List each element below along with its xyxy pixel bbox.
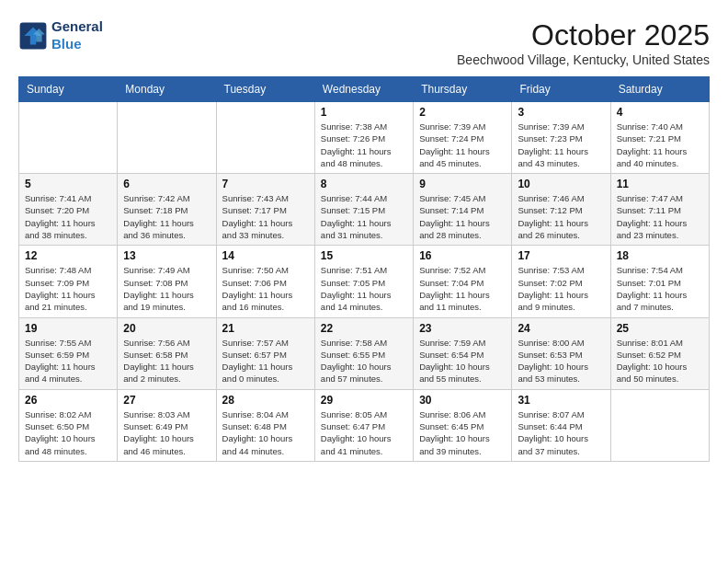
day-number: 12 (25, 249, 111, 262)
day-number: 21 (222, 322, 309, 335)
day-info: Sunrise: 7:53 AM Sunset: 7:02 PM Dayligh… (518, 264, 604, 313)
week-row-2: 5Sunrise: 7:41 AM Sunset: 7:20 PM Daylig… (19, 174, 710, 246)
location-title: Beechwood Village, Kentucky, United Stat… (457, 52, 710, 67)
calendar-cell: 9Sunrise: 7:45 AM Sunset: 7:14 PM Daylig… (414, 174, 512, 246)
calendar-cell: 13Sunrise: 7:49 AM Sunset: 7:08 PM Dayli… (118, 246, 216, 317)
weekday-header-thursday: Thursday (414, 77, 512, 102)
calendar-cell: 16Sunrise: 7:52 AM Sunset: 7:04 PM Dayli… (414, 246, 512, 317)
day-info: Sunrise: 8:04 AM Sunset: 6:48 PM Dayligh… (222, 408, 309, 457)
day-number: 5 (25, 178, 111, 190)
day-number: 15 (321, 249, 407, 262)
day-number: 28 (222, 394, 309, 407)
calendar-cell: 23Sunrise: 7:59 AM Sunset: 6:54 PM Dayli… (414, 317, 512, 389)
calendar-cell: 15Sunrise: 7:51 AM Sunset: 7:05 PM Dayli… (314, 246, 413, 317)
calendar-cell: 31Sunrise: 8:07 AM Sunset: 6:44 PM Dayli… (512, 389, 610, 461)
day-number: 30 (419, 394, 506, 407)
weekday-header-friday: Friday (512, 77, 610, 102)
weekday-header-sunday: Sunday (19, 77, 118, 102)
day-number: 13 (123, 249, 210, 262)
day-number: 19 (25, 322, 111, 335)
day-number: 23 (419, 322, 506, 335)
calendar-cell (118, 102, 216, 174)
calendar-cell: 3Sunrise: 7:39 AM Sunset: 7:23 PM Daylig… (512, 102, 610, 174)
day-info: Sunrise: 7:51 AM Sunset: 7:05 PM Dayligh… (321, 264, 407, 313)
day-number: 18 (617, 249, 703, 262)
day-info: Sunrise: 7:45 AM Sunset: 7:14 PM Dayligh… (419, 192, 506, 241)
calendar-cell: 18Sunrise: 7:54 AM Sunset: 7:01 PM Dayli… (610, 246, 709, 317)
calendar-cell: 29Sunrise: 8:05 AM Sunset: 6:47 PM Dayli… (314, 389, 413, 461)
weekday-header-wednesday: Wednesday (314, 77, 413, 102)
day-info: Sunrise: 7:41 AM Sunset: 7:20 PM Dayligh… (25, 192, 111, 241)
page-header: General Blue October 2025 Beechwood Vill… (18, 18, 710, 67)
calendar-table: SundayMondayTuesdayWednesdayThursdayFrid… (18, 76, 710, 462)
day-number: 10 (518, 178, 604, 190)
day-info: Sunrise: 7:39 AM Sunset: 7:24 PM Dayligh… (419, 121, 506, 169)
day-number: 3 (518, 106, 604, 119)
day-number: 8 (321, 178, 407, 190)
day-info: Sunrise: 8:02 AM Sunset: 6:50 PM Dayligh… (25, 408, 111, 457)
day-info: Sunrise: 8:05 AM Sunset: 6:47 PM Dayligh… (321, 408, 407, 457)
calendar-cell: 2Sunrise: 7:39 AM Sunset: 7:24 PM Daylig… (414, 102, 512, 174)
day-info: Sunrise: 7:38 AM Sunset: 7:26 PM Dayligh… (321, 121, 407, 169)
calendar-cell: 30Sunrise: 8:06 AM Sunset: 6:45 PM Dayli… (414, 389, 512, 461)
calendar-cell: 26Sunrise: 8:02 AM Sunset: 6:50 PM Dayli… (19, 389, 118, 461)
day-number: 16 (419, 249, 506, 262)
logo-general: General (51, 18, 103, 35)
calendar-cell: 17Sunrise: 7:53 AM Sunset: 7:02 PM Dayli… (512, 246, 610, 317)
day-info: Sunrise: 7:50 AM Sunset: 7:06 PM Dayligh… (222, 264, 309, 313)
calendar-cell: 25Sunrise: 8:01 AM Sunset: 6:52 PM Dayli… (610, 317, 709, 389)
calendar-cell: 11Sunrise: 7:47 AM Sunset: 7:11 PM Dayli… (610, 174, 709, 246)
calendar-cell (610, 389, 709, 461)
calendar-cell (216, 102, 314, 174)
day-info: Sunrise: 8:01 AM Sunset: 6:52 PM Dayligh… (617, 337, 703, 385)
day-info: Sunrise: 8:00 AM Sunset: 6:53 PM Dayligh… (518, 337, 604, 385)
calendar-cell: 6Sunrise: 7:42 AM Sunset: 7:18 PM Daylig… (118, 174, 216, 246)
logo: General Blue (18, 18, 103, 52)
title-area: October 2025 Beechwood Village, Kentucky… (457, 18, 710, 67)
day-number: 22 (321, 322, 407, 335)
day-number: 11 (617, 178, 703, 190)
day-info: Sunrise: 8:07 AM Sunset: 6:44 PM Dayligh… (518, 408, 604, 457)
day-number: 6 (123, 178, 210, 190)
day-info: Sunrise: 7:44 AM Sunset: 7:15 PM Dayligh… (321, 192, 407, 241)
day-info: Sunrise: 7:55 AM Sunset: 6:59 PM Dayligh… (25, 337, 111, 385)
day-number: 14 (222, 249, 309, 262)
day-info: Sunrise: 7:49 AM Sunset: 7:08 PM Dayligh… (123, 264, 210, 313)
calendar-cell: 21Sunrise: 7:57 AM Sunset: 6:57 PM Dayli… (216, 317, 314, 389)
week-row-5: 26Sunrise: 8:02 AM Sunset: 6:50 PM Dayli… (19, 389, 710, 461)
day-info: Sunrise: 7:59 AM Sunset: 6:54 PM Dayligh… (419, 337, 506, 385)
day-number: 27 (123, 394, 210, 407)
calendar-cell: 22Sunrise: 7:58 AM Sunset: 6:55 PM Dayli… (314, 317, 413, 389)
day-number: 24 (518, 322, 604, 335)
calendar-cell: 24Sunrise: 8:00 AM Sunset: 6:53 PM Dayli… (512, 317, 610, 389)
day-info: Sunrise: 8:06 AM Sunset: 6:45 PM Dayligh… (419, 408, 506, 457)
logo-icon (18, 21, 48, 51)
day-info: Sunrise: 7:46 AM Sunset: 7:12 PM Dayligh… (518, 192, 604, 241)
day-number: 7 (222, 178, 309, 190)
calendar-cell: 28Sunrise: 8:04 AM Sunset: 6:48 PM Dayli… (216, 389, 314, 461)
logo-blue: Blue (51, 36, 82, 52)
week-row-1: 1Sunrise: 7:38 AM Sunset: 7:26 PM Daylig… (19, 102, 710, 174)
day-number: 1 (321, 106, 407, 119)
day-info: Sunrise: 7:40 AM Sunset: 7:21 PM Dayligh… (617, 121, 703, 169)
day-number: 31 (518, 394, 604, 407)
day-number: 17 (518, 249, 604, 262)
weekday-header-tuesday: Tuesday (216, 77, 314, 102)
day-info: Sunrise: 7:43 AM Sunset: 7:17 PM Dayligh… (222, 192, 309, 241)
calendar-cell: 4Sunrise: 7:40 AM Sunset: 7:21 PM Daylig… (610, 102, 709, 174)
weekday-header-monday: Monday (118, 77, 216, 102)
day-number: 29 (321, 394, 407, 407)
day-number: 20 (123, 322, 210, 335)
day-number: 2 (419, 106, 506, 119)
calendar-cell (19, 102, 118, 174)
day-number: 4 (617, 106, 703, 119)
calendar-cell: 1Sunrise: 7:38 AM Sunset: 7:26 PM Daylig… (314, 102, 413, 174)
day-info: Sunrise: 7:48 AM Sunset: 7:09 PM Dayligh… (25, 264, 111, 313)
week-row-3: 12Sunrise: 7:48 AM Sunset: 7:09 PM Dayli… (19, 246, 710, 317)
calendar-cell: 27Sunrise: 8:03 AM Sunset: 6:49 PM Dayli… (118, 389, 216, 461)
week-row-4: 19Sunrise: 7:55 AM Sunset: 6:59 PM Dayli… (19, 317, 710, 389)
day-info: Sunrise: 7:58 AM Sunset: 6:55 PM Dayligh… (321, 337, 407, 385)
calendar-cell: 7Sunrise: 7:43 AM Sunset: 7:17 PM Daylig… (216, 174, 314, 246)
day-number: 9 (419, 178, 506, 190)
weekday-header-row: SundayMondayTuesdayWednesdayThursdayFrid… (19, 77, 710, 102)
